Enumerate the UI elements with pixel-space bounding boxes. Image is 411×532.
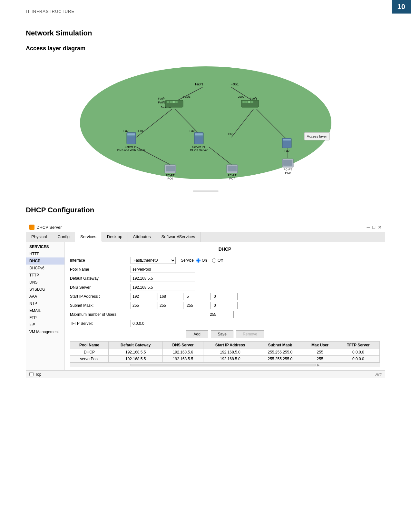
service-http[interactable]: HTTP (26, 250, 64, 257)
panel-title: DHCP (70, 245, 380, 253)
col-start-ip: Start IP Address (203, 342, 257, 349)
svg-rect-51 (228, 166, 237, 171)
interface-select[interactable]: FastEthernet0 (131, 257, 176, 264)
pool-name-label: Pool Name (70, 267, 128, 272)
subnet-2[interactable] (158, 302, 183, 309)
max-users-row: Maximum number of Users : (70, 311, 380, 318)
scrollbar-track[interactable] (130, 364, 316, 366)
dhcp-server-icon (29, 225, 34, 230)
dhcp-body: SERVICES HTTP DHCP DHCPv6 TFTP DNS SYSLO… (26, 242, 385, 370)
dns-server-row: DNS Server (70, 284, 380, 291)
tab-bar: Physical Config Services Desktop Attribu… (26, 232, 385, 242)
it-header: IT INFRASTRUCTURE (26, 9, 74, 14)
tab-attributes[interactable]: Attributes (128, 232, 156, 242)
table-row[interactable]: DHCP 192.168.5.5 192.168.5.6 192.168.5.0… (70, 349, 380, 356)
close-button[interactable]: ✕ (378, 225, 382, 229)
bottom-bar: Top Arti (26, 370, 385, 378)
col-subnet-mask: Subnet Mask (257, 342, 303, 349)
pool-name-row: Pool Name (70, 266, 380, 273)
default-gw-input[interactable] (131, 275, 195, 282)
svg-rect-47 (166, 166, 175, 171)
svg-rect-32 (127, 135, 135, 136)
top-checkbox[interactable] (29, 372, 34, 376)
service-dhcpv6[interactable]: DHCPv6 (26, 265, 64, 272)
tab-software-services[interactable]: Software/Services (156, 232, 201, 242)
col-dns-server: DNS Server (163, 342, 203, 349)
add-button[interactable]: Add (186, 330, 208, 338)
minimize-button[interactable]: – (367, 224, 370, 230)
tab-services[interactable]: Services (75, 232, 102, 242)
service-off-radio[interactable]: Off (212, 258, 223, 263)
max-users-input[interactable] (208, 311, 234, 318)
table-scrollbar[interactable]: ▶ (70, 363, 380, 367)
start-ip-3[interactable] (185, 293, 210, 300)
svg-text:Fa0: Fa0 (123, 129, 129, 132)
service-tftp[interactable]: TFTP (26, 272, 64, 279)
top-checkbox-label[interactable]: Top (29, 372, 41, 377)
start-ip-4[interactable] (212, 293, 238, 300)
service-aaa[interactable]: AAA (26, 293, 64, 300)
svg-text:PC-PT: PC-PT (228, 174, 237, 177)
subnet-1[interactable] (131, 302, 156, 309)
col-default-gw: Default Gateway (108, 342, 163, 349)
row1-subnet: 255.255.255.0 (257, 349, 303, 356)
subnet-4[interactable] (212, 302, 238, 309)
service-ftp[interactable]: FTP (26, 314, 64, 321)
row2-dns: 192.168.5.5 (163, 356, 203, 363)
subnet-mask-label: Subnet Mask: (70, 303, 128, 308)
svg-text:DHCP Server: DHCP Server (190, 149, 207, 152)
tftp-label: TFTP Server: (70, 321, 128, 326)
service-ioe[interactable]: IoE (26, 321, 64, 328)
start-ip-2[interactable] (158, 293, 183, 300)
service-ntp[interactable]: NTP (26, 300, 64, 307)
svg-text:PC9: PC9 (285, 171, 291, 174)
dns-server-label: DNS Server (70, 285, 128, 290)
service-vm-management[interactable]: VM Management (26, 328, 64, 335)
save-button[interactable]: Save (211, 330, 233, 338)
tab-desktop[interactable]: Desktop (102, 232, 128, 242)
svg-rect-28 (248, 101, 250, 103)
row1-pool: DHCP (70, 349, 109, 356)
subnet-3[interactable] (185, 302, 210, 309)
svg-rect-41 (195, 137, 203, 137)
tftp-input[interactable] (131, 320, 195, 327)
table-row[interactable]: serverPool 192.168.5.5 192.168.5.5 192.1… (70, 356, 380, 363)
remove-button[interactable]: Remove (236, 330, 264, 338)
service-dhcp[interactable]: DHCP (26, 257, 64, 265)
subnet-mask-row: Subnet Mask: (70, 302, 380, 309)
row2-tftp: 0.0.0.0 (337, 356, 379, 363)
interface-row: Interface FastEthernet0 Service On (70, 257, 380, 264)
service-radio-group: On Off (196, 258, 223, 263)
svg-rect-22 (170, 101, 172, 103)
main-panel: DHCP Interface FastEthernet0 Service On (65, 242, 385, 370)
svg-text:PC-PT: PC-PT (283, 168, 292, 171)
row2-pool: serverPool (70, 356, 109, 363)
max-users-label: Maximum number of Users : (70, 312, 128, 317)
dhcp-window-title: DHCP Server (36, 225, 62, 230)
action-buttons: Add Save Remove (70, 330, 380, 338)
tftp-row: TFTP Server: (70, 320, 380, 327)
pool-name-input[interactable] (131, 266, 195, 273)
tab-config[interactable]: Config (52, 232, 75, 242)
svg-text:Fa0/1: Fa0/1 (195, 82, 203, 86)
start-ip-row: Start IP Address : (70, 293, 380, 300)
service-on-radio[interactable]: On (196, 258, 207, 263)
dns-server-input[interactable] (131, 284, 195, 291)
col-tftp-server: TFTP Server (337, 342, 379, 349)
access-layer-subtitle: Access layer diagram (26, 45, 385, 52)
service-email[interactable]: EMAIL (26, 307, 64, 314)
svg-rect-21 (167, 101, 169, 103)
service-dns[interactable]: DNS (26, 279, 64, 286)
svg-rect-23 (172, 101, 175, 103)
svg-rect-40 (195, 135, 203, 136)
titlebar-controls[interactable]: – □ ✕ (367, 224, 382, 230)
maximize-button[interactable]: □ (373, 225, 375, 229)
service-syslog[interactable]: SYSLOG (26, 286, 64, 293)
svg-text:Fa0: Fa0 (284, 149, 289, 152)
page-title: Network Simulation (26, 29, 385, 37)
dhcp-titlebar: DHCP Server – □ ✕ (26, 222, 385, 232)
col-max-user: Max User (303, 342, 337, 349)
row2-subnet: 255.255.255.0 (257, 356, 303, 363)
start-ip-1[interactable] (131, 293, 156, 300)
tab-physical[interactable]: Physical (26, 232, 52, 242)
